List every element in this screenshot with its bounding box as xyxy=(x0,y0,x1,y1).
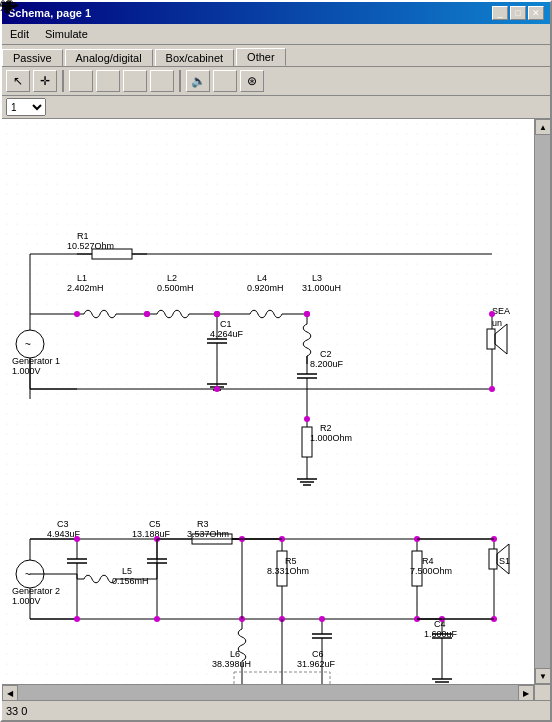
svg-text:Generator 1: Generator 1 xyxy=(12,356,60,366)
svg-text:1.000V: 1.000V xyxy=(12,596,41,606)
content-area: 1 xyxy=(2,96,550,700)
tab-other[interactable]: Other xyxy=(236,48,286,66)
move-tool[interactable]: ✛ xyxy=(33,70,57,92)
svg-point-35 xyxy=(74,311,80,317)
schema-area: Generator 1 1.000V ~ R1 10.527Ohm xyxy=(2,119,550,700)
svg-point-63 xyxy=(214,311,220,317)
svg-text:8.331Ohm: 8.331Ohm xyxy=(267,566,309,576)
status-bar: 33 0 xyxy=(2,700,550,720)
svg-text:C5: C5 xyxy=(149,519,161,529)
svg-text:31.000uH: 31.000uH xyxy=(302,283,341,293)
svg-text:C2: C2 xyxy=(320,349,332,359)
resistor-tool[interactable] xyxy=(69,70,93,92)
pointer-tool[interactable]: ↖ xyxy=(6,70,30,92)
svg-text:L5: L5 xyxy=(122,566,132,576)
scrollbar-horizontal: ◀ ▶ xyxy=(2,684,534,700)
status-coords: 33 0 xyxy=(6,705,27,717)
title-bar: Schema, page 1 _ □ ✕ xyxy=(2,2,550,24)
svg-text:L3: L3 xyxy=(312,273,322,283)
svg-text:~: ~ xyxy=(25,339,31,350)
svg-text:1.000Ohm: 1.000Ohm xyxy=(310,433,352,443)
svg-point-116 xyxy=(154,616,160,622)
svg-point-89 xyxy=(489,311,495,317)
menu-bar: Edit Simulate xyxy=(2,24,550,45)
speaker-tool[interactable]: 🔈 xyxy=(186,70,210,92)
layer-selector[interactable]: 1 xyxy=(6,98,46,116)
maximize-button[interactable]: □ xyxy=(510,6,526,20)
svg-text:0.500mH: 0.500mH xyxy=(157,283,194,293)
main-window: Schema, page 1 _ □ ✕ Edit Simulate Passi… xyxy=(0,0,552,722)
svg-text:L2: L2 xyxy=(167,273,177,283)
svg-text:R3: R3 xyxy=(197,519,209,529)
scroll-corner xyxy=(534,684,550,700)
toolbar: ↖ ✛ xyxy=(2,67,550,96)
scroll-track-h[interactable] xyxy=(18,685,518,700)
svg-text:R2: R2 xyxy=(320,423,332,433)
svg-text:0.156mH: 0.156mH xyxy=(112,576,149,586)
scroll-left-arrow[interactable]: ◀ xyxy=(2,685,18,700)
tab-box[interactable]: Box/cabinet xyxy=(155,49,234,66)
separator-2 xyxy=(179,70,181,92)
svg-text:38.398uH: 38.398uH xyxy=(212,659,251,669)
scrollbar-vertical: ▲ ▼ xyxy=(534,119,550,684)
svg-text:1.000V: 1.000V xyxy=(12,366,41,376)
menu-edit[interactable]: Edit xyxy=(2,26,37,42)
title-controls: _ □ ✕ xyxy=(492,6,544,20)
scroll-down-arrow[interactable]: ▼ xyxy=(535,668,550,684)
svg-text:C1: C1 xyxy=(220,319,232,329)
svg-point-108 xyxy=(74,616,80,622)
layer-row: 1 xyxy=(2,96,550,119)
scroll-up-arrow[interactable]: ▲ xyxy=(535,119,550,135)
misc-tool[interactable]: ⊛ xyxy=(240,70,264,92)
tab-passive[interactable]: Passive xyxy=(2,49,63,66)
svg-text:R4: R4 xyxy=(422,556,434,566)
transformer-tool[interactable] xyxy=(150,70,174,92)
svg-text:R1: R1 xyxy=(77,231,89,241)
svg-text:8.200uF: 8.200uF xyxy=(310,359,344,369)
inductor-tool[interactable] xyxy=(123,70,147,92)
schema-svg: Generator 1 1.000V ~ R1 10.527Ohm xyxy=(2,119,522,700)
svg-text:13.188uF: 13.188uF xyxy=(132,529,171,539)
svg-point-90 xyxy=(489,386,495,392)
svg-text:0.920mH: 0.920mH xyxy=(247,283,284,293)
minimize-button[interactable]: _ xyxy=(492,6,508,20)
svg-text:4.264uF: 4.264uF xyxy=(210,329,244,339)
svg-rect-13 xyxy=(2,119,522,700)
svg-text:7.500Ohm: 7.500Ohm xyxy=(410,566,452,576)
svg-text:31.962uF: 31.962uF xyxy=(297,659,336,669)
menu-simulate[interactable]: Simulate xyxy=(37,26,96,42)
svg-text:S1: S1 xyxy=(499,556,510,566)
capacitor-tool[interactable] xyxy=(96,70,120,92)
separator-1 xyxy=(62,70,64,92)
scroll-right-arrow[interactable]: ▶ xyxy=(518,685,534,700)
close-button[interactable]: ✕ xyxy=(528,6,544,20)
tabs-bar: Passive Analog/digital Box/cabinet Other xyxy=(2,45,550,67)
svg-point-53 xyxy=(304,311,310,317)
svg-point-82 xyxy=(214,386,220,392)
svg-point-78 xyxy=(304,416,310,422)
svg-text:Generator 2: Generator 2 xyxy=(12,586,60,596)
ground-tool[interactable] xyxy=(213,70,237,92)
svg-text:un: un xyxy=(492,318,502,328)
svg-point-41 xyxy=(144,311,150,317)
tab-analog[interactable]: Analog/digital xyxy=(65,49,153,66)
scroll-track-v[interactable] xyxy=(535,135,550,668)
svg-text:C3: C3 xyxy=(57,519,69,529)
svg-text:L4: L4 xyxy=(257,273,267,283)
svg-point-171 xyxy=(319,616,325,622)
svg-text:2.402mH: 2.402mH xyxy=(67,283,104,293)
svg-text:L1: L1 xyxy=(77,273,87,283)
window-title: Schema, page 1 xyxy=(8,7,91,19)
svg-point-107 xyxy=(74,536,80,542)
